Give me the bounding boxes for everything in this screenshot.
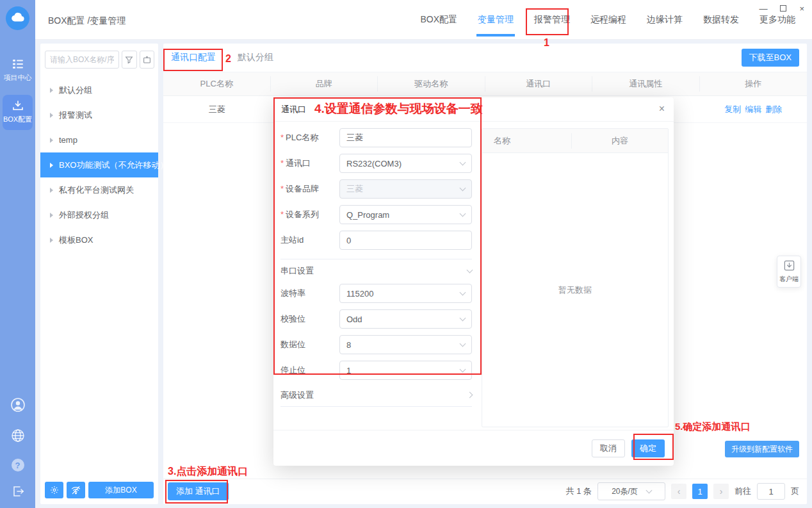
cancel-button[interactable]: 取消	[592, 439, 625, 457]
tree-item-temp[interactable]: temp	[40, 127, 158, 152]
active-tab-underline	[476, 34, 515, 37]
folder-plus-icon	[143, 56, 151, 64]
baud-rate-select[interactable]: 115200	[339, 284, 472, 303]
left-rail: 项目中心 BOX配置	[0, 0, 35, 508]
plc-name-input[interactable]	[339, 128, 472, 147]
upgrade-software-button[interactable]: 升级到新配置软件	[725, 441, 799, 457]
confirm-button[interactable]: 确定	[631, 439, 665, 457]
field-label: 通讯口	[286, 158, 311, 168]
app-window: 项目中心 BOX配置	[0, 0, 812, 508]
modal-prop-table-area: 名称 内容 暂无数据	[482, 122, 674, 430]
field-label: 设备系列	[286, 209, 319, 219]
add-box-button[interactable]: 添加BOX	[88, 482, 154, 498]
form-row-device-series: *设备系列 Q_Program	[280, 205, 472, 224]
required-mark: *	[280, 133, 284, 142]
field-label: 设备品牌	[286, 184, 319, 193]
tab-edge-computing[interactable]: 边缘计算	[647, 0, 683, 40]
logout-icon[interactable]	[12, 485, 24, 500]
modal-close-icon[interactable]: ×	[659, 103, 665, 115]
box-list-panel: 默认分组 报警测试 temp BXO功能测试（不允许移动） 私有化平台测试网关 …	[40, 44, 158, 504]
wifi-off-button[interactable]	[67, 482, 85, 498]
port-form: *PLC名称 *通讯口 RS232(COM3) *设备品牌 三菱 *设备系列 Q…	[273, 122, 482, 430]
required-mark: *	[280, 158, 284, 168]
col-header-driver-name: 驱动名称	[378, 76, 485, 92]
tab-alarm-management[interactable]: 报警管理	[534, 0, 570, 40]
add-group-button[interactable]	[140, 51, 155, 69]
modal-title: 通讯口	[281, 104, 306, 115]
tab-box-config[interactable]: BOX配置	[420, 0, 457, 40]
box-search-row	[40, 44, 158, 69]
required-mark: *	[280, 209, 284, 219]
copy-link[interactable]: 复制	[724, 104, 741, 115]
rail-item-project-center[interactable]: 项目中心	[0, 59, 35, 83]
next-page-button[interactable]: ›	[713, 484, 729, 499]
prev-page-button[interactable]: ‹	[671, 484, 686, 499]
maximize-icon	[780, 5, 786, 12]
col-header-content: 内容	[572, 135, 668, 147]
master-id-input[interactable]	[339, 231, 472, 250]
form-row-device-brand: *设备品牌 三菱	[280, 179, 472, 199]
rail-item-label: BOX配置	[3, 115, 32, 124]
tab-default-group[interactable]: 默认分组	[238, 52, 273, 63]
parity-select[interactable]: Odd	[339, 309, 472, 329]
delete-link[interactable]: 删除	[765, 104, 782, 115]
empty-state-text: 暂无数据	[482, 153, 668, 427]
download-box-icon	[12, 100, 24, 112]
download-to-box-button[interactable]: 下载至BOX	[742, 49, 799, 67]
plc-table-header: PLC名称 品牌 驱动名称 通讯口 通讯属性 操作	[163, 72, 807, 96]
settings-button[interactable]	[45, 482, 63, 498]
port-select[interactable]: RS232(COM3)	[339, 154, 472, 173]
tab-variable-management[interactable]: 变量管理	[478, 0, 514, 40]
current-page-button[interactable]: 1	[692, 484, 708, 499]
device-brand-select: 三菱	[339, 179, 472, 199]
field-label: PLC名称	[286, 133, 318, 142]
filter-button[interactable]	[122, 51, 137, 69]
chevron-down-icon	[460, 315, 466, 321]
user-icon[interactable]	[10, 397, 26, 415]
project-list-icon	[12, 59, 24, 70]
serial-settings-section[interactable]: 串口设置	[280, 259, 472, 283]
cloud-icon	[11, 12, 25, 25]
close-button[interactable]: ×	[799, 4, 804, 13]
add-port-button[interactable]: 添加 通讯口	[168, 482, 229, 500]
goto-page-input[interactable]	[757, 483, 785, 500]
chevron-down-icon	[460, 366, 466, 372]
rail-item-box-config[interactable]: BOX配置	[3, 95, 33, 130]
device-series-select[interactable]: Q_Program	[339, 205, 472, 224]
tree-item-default-group[interactable]: 默认分组	[40, 78, 158, 102]
funnel-icon	[125, 56, 133, 64]
advanced-settings-section[interactable]: 高级设置	[280, 384, 472, 407]
stop-bits-select[interactable]: 1	[339, 361, 472, 380]
chevron-down-icon	[460, 184, 466, 191]
panel-tabs: 通讯口配置 默认分组	[163, 44, 807, 72]
chevron-down-icon	[460, 210, 466, 217]
modal-header: 通讯口	[273, 97, 674, 122]
client-download-widget[interactable]: 客户端	[777, 256, 801, 288]
app-logo[interactable]	[6, 6, 29, 30]
minimize-button[interactable]: —	[759, 4, 767, 13]
box-panel-footer: 添加BOX	[45, 482, 154, 498]
maximize-button[interactable]	[780, 4, 786, 13]
tab-remote-programming[interactable]: 远程编程	[590, 0, 626, 40]
help-icon[interactable]: ?	[12, 459, 24, 471]
breadcrumb: BOX配置 /变量管理	[48, 15, 126, 27]
port-config-modal: 通讯口 × *PLC名称 *通讯口 RS232(COM3) *设备品牌 三菱 *…	[273, 97, 674, 466]
tree-item-bxo-test[interactable]: BXO功能测试（不允许移动）	[40, 152, 158, 177]
globe-icon[interactable]	[11, 429, 25, 445]
tree-item-private-platform[interactable]: 私有化平台测试网关	[40, 177, 158, 202]
form-row-port: *通讯口 RS232(COM3)	[280, 154, 472, 173]
required-mark: *	[280, 184, 284, 193]
page-size-select[interactable]: 20条/页	[597, 482, 665, 500]
tab-port-config[interactable]: 通讯口配置	[171, 52, 216, 63]
rail-bottom-icons: ?	[0, 397, 35, 508]
chevron-down-icon	[460, 289, 466, 295]
col-header-brand: 品牌	[271, 76, 378, 92]
tab-data-forwarding[interactable]: 数据转发	[703, 0, 739, 40]
data-bits-select[interactable]: 8	[339, 335, 472, 354]
edit-link[interactable]: 编辑	[745, 104, 761, 115]
tree-item-template-box[interactable]: 模板BOX	[40, 227, 158, 252]
tree-item-external-auth[interactable]: 外部授权分组	[40, 202, 158, 227]
box-search-input[interactable]	[45, 51, 119, 69]
tree-item-alarm-test[interactable]: 报警测试	[40, 102, 158, 127]
col-header-port: 通讯口	[485, 76, 593, 92]
